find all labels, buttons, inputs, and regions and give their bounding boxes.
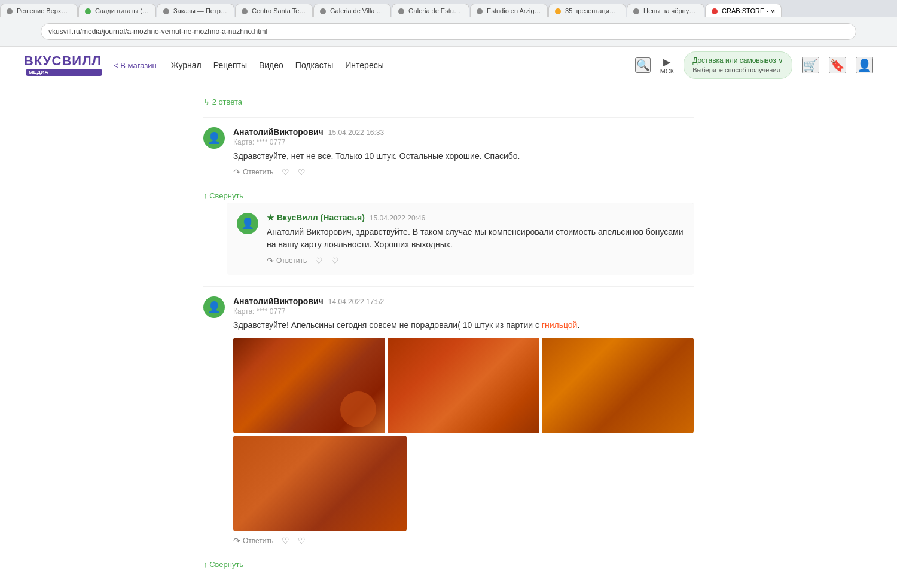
delivery-button[interactable]: Доставка или самовывоз ∨ Выберите способ… <box>684 51 792 79</box>
highlight-text: гнильцой <box>542 320 578 330</box>
reply-button-reply-1[interactable]: ↷ Ответить <box>267 256 307 265</box>
comment-date-2: 14.04.2022 17:52 <box>328 298 384 306</box>
avatar-reply-1: 👤 <box>237 213 258 234</box>
location-button[interactable]: ▶ МСК <box>660 56 675 75</box>
comment-text-2: Здравствуйте! Апельсины сегодня совсем н… <box>233 319 694 332</box>
heart-icon-1: ♡ <box>282 167 289 177</box>
heart-outline-icon-2: ♡ <box>298 536 306 546</box>
comment-section-2: 👤 АнатолийВикторович 14.04.2022 17:52 Ка… <box>203 286 694 571</box>
bookmark-button[interactable]: 🔖 <box>829 57 846 74</box>
dislike-button-2[interactable]: ♡ <box>298 536 306 546</box>
profile-button[interactable]: 👤 <box>856 57 873 74</box>
nav-journal[interactable]: Журнал <box>171 60 202 70</box>
heart-icon-2: ♡ <box>282 536 289 546</box>
tab-7[interactable]: Estudio en Arzigna... <box>470 4 548 17</box>
main-nav: Журнал Рецепты Видео Подкасты Интересы <box>171 60 384 70</box>
comment-date-1: 15.04.2022 16:33 <box>328 128 384 137</box>
photo-4[interactable] <box>233 436 407 531</box>
section-divider <box>203 281 694 281</box>
reply-icon-r1: ↷ <box>267 256 274 265</box>
tabs-bar: Решение Верховно... Саади цитаты (106...… <box>0 0 897 17</box>
comment-header-1: АнатолийВикторович 15.04.2022 16:33 <box>233 127 694 137</box>
comment-body-2: АнатолийВикторович 14.04.2022 17:52 Карт… <box>233 296 694 546</box>
comment-block-1: 👤 АнатолийВикторович 15.04.2022 16:33 Ка… <box>203 117 694 186</box>
collapse-link-1[interactable]: Свернуть <box>203 186 694 203</box>
main-content: 2 ответа 👤 АнатолийВикторович 15.04.2022… <box>191 84 706 588</box>
heart-outline-icon-1: ♡ <box>298 167 306 177</box>
logo-area: ВКУСВИЛЛ МЕДИА <box>24 54 102 76</box>
address-bar[interactable]: vkusvill.ru/media/journal/a-mozhno-vernu… <box>41 23 856 40</box>
user-icon-reply: 👤 <box>241 217 254 230</box>
logo[interactable]: ВКУСВИЛЛ МЕДИА <box>24 54 102 76</box>
comment-actions-2: ↷ Ответить ♡ ♡ <box>233 536 694 546</box>
tab-3[interactable]: Заказы — Петрови... <box>157 4 234 17</box>
comment-body-reply-1: ★ ВкусВилл (Настасья) 15.04.2022 20:46 А… <box>267 213 684 265</box>
comment-text-1: Здравствуйте, нет не все. Только 10 штук… <box>233 150 694 163</box>
search-button[interactable]: 🔍 <box>635 57 651 73</box>
comment-author-1: АнатолийВикторович <box>233 127 324 137</box>
photo-2[interactable] <box>388 338 539 433</box>
like-button-2[interactable]: ♡ <box>282 536 289 546</box>
comment-header-reply-1: ★ ВкусВилл (Настасья) 15.04.2022 20:46 <box>267 213 684 222</box>
user-icon-2: 👤 <box>208 301 221 314</box>
reply-icon-2: ↷ <box>233 536 240 546</box>
nav-podcasts[interactable]: Подкасты <box>295 60 333 70</box>
comment-header-2: АнатолийВикторович 14.04.2022 17:52 <box>233 296 694 306</box>
reply-button-2[interactable]: ↷ Ответить <box>233 536 273 546</box>
header-right: 🔍 ▶ МСК Доставка или самовывоз ∨ Выберит… <box>635 51 873 79</box>
nav-interests[interactable]: Интересы <box>345 60 383 70</box>
comment-card-1: Карта: **** 0777 <box>233 138 694 146</box>
comment-actions-1: ↷ Ответить ♡ ♡ <box>233 167 694 177</box>
orange-image-2 <box>388 338 539 433</box>
tab-5[interactable]: Galeria de Villa Kor... <box>313 4 391 17</box>
delivery-line2: Выберите способ получения <box>692 66 783 75</box>
location-icon: ▶ <box>663 56 670 68</box>
comment-card-2: Карта: **** 0777 <box>233 307 694 316</box>
orange-image-1 <box>233 338 385 433</box>
photo-3[interactable] <box>542 338 694 433</box>
nav-video[interactable]: Видео <box>259 60 283 70</box>
tab-8[interactable]: 35 презентаций ст... <box>548 4 626 17</box>
heart-icon-r1: ♡ <box>315 256 323 265</box>
site-header: ВКУСВИЛЛ МЕДИА В магазин Журнал Рецепты … <box>0 47 897 84</box>
comment-author-reply-1: ★ ВкусВилл (Настасья) <box>267 213 365 222</box>
comment-section-1: 👤 АнатолийВикторович 15.04.2022 16:33 Ка… <box>203 117 694 275</box>
chevron-down-icon: ∨ <box>778 56 783 65</box>
dislike-button-reply-1[interactable]: ♡ <box>331 256 339 265</box>
comment-date-reply-1: 15.04.2022 20:46 <box>370 214 425 222</box>
reply-icon: ↷ <box>233 167 240 177</box>
replies-count[interactable]: 2 ответа <box>203 90 694 117</box>
collapse-link-2[interactable]: Свернуть <box>203 555 694 571</box>
orange-image-4 <box>233 436 407 531</box>
tab-9[interactable]: Цены на чёрную о... <box>627 4 704 17</box>
comment-author-2: АнатолийВикторович <box>233 296 324 306</box>
comment-block-reply-1: 👤 ★ ВкусВилл (Настасья) 15.04.2022 20:46… <box>227 203 694 275</box>
comment-text-reply-1: Анатолий Викторович, здравствуйте. В так… <box>267 226 684 251</box>
comment-block-2: 👤 АнатолийВикторович 14.04.2022 17:52 Ка… <box>203 286 694 555</box>
nav-recipes[interactable]: Рецепты <box>213 60 247 70</box>
tab-6[interactable]: Galeria de Estudio e... <box>392 4 469 17</box>
photo-grid-bottom <box>233 436 694 531</box>
tab-crabstore[interactable]: CRAB:STORE - м <box>705 4 782 17</box>
heart-outline-icon-r1: ♡ <box>331 256 339 265</box>
dislike-button-1[interactable]: ♡ <box>298 167 306 177</box>
comment-actions-reply-1: ↷ Ответить ♡ ♡ <box>267 256 684 265</box>
like-button-reply-1[interactable]: ♡ <box>315 256 323 265</box>
delivery-line1: Доставка или самовывоз ∨ <box>692 56 783 66</box>
avatar-1: 👤 <box>203 127 225 149</box>
photo-1[interactable] <box>233 338 385 433</box>
user-icon: 👤 <box>208 131 221 145</box>
reply-button-1[interactable]: ↷ Ответить <box>233 167 273 177</box>
tab-4[interactable]: Centro Santa Teresa... <box>235 4 313 17</box>
avatar-2: 👤 <box>203 296 225 318</box>
browser-chrome: Решение Верховно... Саади цитаты (106...… <box>0 0 897 47</box>
tab-1[interactable]: Решение Верховно... <box>0 4 78 17</box>
comment-body-1: АнатолийВикторович 15.04.2022 16:33 Карт… <box>233 127 694 177</box>
photo-grid-top <box>233 338 694 433</box>
tab-2[interactable]: Саади цитаты (106... <box>78 4 156 17</box>
back-to-store-link[interactable]: В магазин <box>114 61 157 70</box>
cart-button[interactable]: 🛒 <box>802 57 819 74</box>
like-button-1[interactable]: ♡ <box>282 167 289 177</box>
location-label: МСК <box>660 68 675 75</box>
orange-image-3 <box>542 338 694 433</box>
